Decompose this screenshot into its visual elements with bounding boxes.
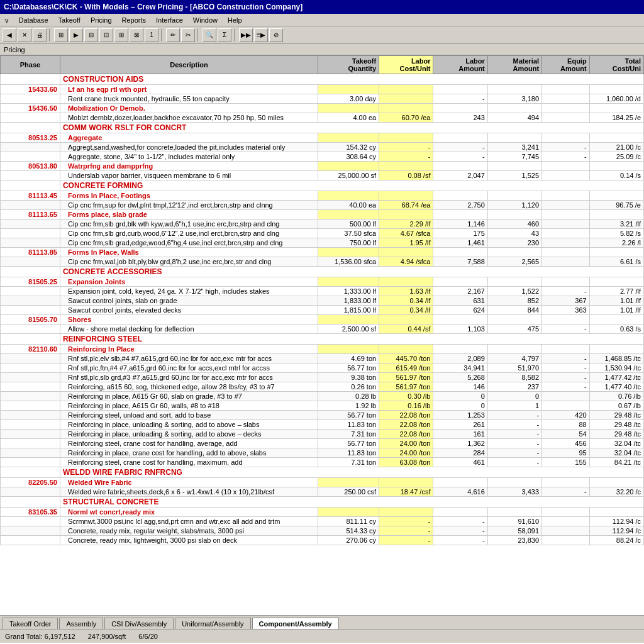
material-cell [487, 277, 541, 287]
material-cell: 3,241 [487, 143, 541, 152]
equip-cell [542, 210, 590, 219]
toolbar-btn-7[interactable]: ⊡ [99, 28, 113, 42]
desc-cell: Allow - shore metal decking for deflecti… [60, 325, 318, 334]
menu-takeoff[interactable]: Takeoff [53, 15, 86, 25]
menu-interface[interactable]: Interface [151, 15, 188, 25]
toolbar-btn-11[interactable]: ✏ [166, 28, 180, 42]
takeoff-cell: 2,500.00 sf [318, 325, 379, 334]
toolbar-btn-8[interactable]: ⊞ [114, 28, 128, 42]
phase-cell: 82110.60 [1, 345, 60, 354]
toolbar-btn-3[interactable]: 🖨 [33, 28, 47, 42]
takeoff-cell [318, 85, 379, 94]
total-cell: 29.48 /tc [589, 411, 643, 420]
table-row: 15436.50 Mobilization Or Demob. [1, 104, 644, 113]
labor-unit-cell: 4.67 /sfca [379, 229, 433, 238]
material-cell: 1,525 [487, 171, 541, 180]
menu-reports[interactable]: Reports [117, 15, 152, 25]
material-cell [487, 210, 541, 219]
takeoff-cell: 56.77 ton [318, 439, 379, 448]
toolbar-btn-15[interactable]: ▶▶ [239, 28, 253, 42]
phase-cell [1, 458, 60, 467]
tab-takeoff-order[interactable]: Takeoff Order [3, 618, 58, 629]
equip-cell: - [542, 487, 590, 497]
labor-amt-cell: - [433, 536, 487, 545]
menu-pricing[interactable]: Pricing [86, 15, 117, 25]
toolbar-btn-5[interactable]: ▶ [69, 28, 83, 42]
toolbar: ◀ ✕ 🖨 ⊞ ▶ ⊟ ⊡ ⊞ ⊠ 1 ✏ ✂ 🔍 Σ ▶▶ ≡▶ ⊘ [0, 26, 644, 44]
labor-amt-cell [433, 315, 487, 325]
toolbar-btn-12[interactable]: ✂ [181, 28, 195, 42]
labor-unit-cell: - [379, 526, 433, 536]
labor-unit-cell: - [379, 517, 433, 526]
menu-window[interactable]: Window [188, 15, 223, 25]
total-cell: 1,060.00 /d [589, 94, 643, 104]
material-cell: - [487, 439, 541, 448]
phase-cell [1, 430, 60, 439]
takeoff-cell: 7.31 ton [318, 458, 379, 467]
total-cell: 29.48 /tc [589, 420, 643, 430]
takeoff-cell: 25,000.00 sf [318, 171, 379, 180]
total-cell [589, 315, 643, 325]
total-cell [589, 478, 643, 487]
labor-amt-cell [433, 210, 487, 219]
table-row: Expansion joint, cold, keyed, 24 ga. X 7… [1, 287, 644, 296]
subsection-label: Mobilization Or Demob. [60, 104, 318, 113]
equip-cell [542, 191, 590, 201]
labor-amt-cell [433, 277, 487, 287]
material-cell [487, 133, 541, 143]
toolbar-btn-17[interactable]: ⊘ [269, 28, 283, 42]
table-row: Cip cnc frm,wal,job blt,ply,blw grd,8'h,… [1, 257, 644, 267]
material-cell [487, 191, 541, 201]
takeoff-cell: 500.00 lf [318, 219, 379, 229]
table-row: Rnf stl,plc,ftn,#4 #7,a615,grd 60,inc lb… [1, 364, 644, 373]
tab-component-assembly[interactable]: Component/Assembly [252, 618, 339, 629]
table-row: Scrmnwt,3000 psi,inc lcl agg,snd,prt cmn… [1, 517, 644, 526]
labor-unit-cell [379, 478, 433, 487]
takeoff-cell [318, 345, 379, 354]
takeoff-cell: 750.00 lf [318, 238, 379, 248]
toolbar-btn-6[interactable]: ⊟ [84, 28, 98, 42]
labor-amt-cell: 2,750 [433, 201, 487, 210]
labor-unit-cell [379, 133, 433, 143]
table-row: Concrete, ready mix, lightweight, 3000 p… [1, 536, 644, 545]
toolbar-btn-9[interactable]: ⊠ [130, 28, 143, 42]
equip-cell: - [542, 373, 590, 382]
total-cell [589, 133, 643, 143]
table-row: Cip cnc frm,sup for dwl,plnt tmpl,12'12'… [1, 201, 644, 210]
section-label: REINFORCING STEEL [60, 334, 643, 345]
total-cell: 96.75 /e [589, 201, 643, 210]
labor-unit-cell: 24.00 /ton [379, 448, 433, 458]
subsection-label: Shores [60, 315, 318, 325]
labor-amt-cell: 1,362 [433, 439, 487, 448]
equip-cell [542, 201, 590, 210]
phase-cell: 81505.70 [1, 315, 60, 325]
toolbar-btn-4[interactable]: ⊞ [54, 28, 68, 42]
toolbar-btn-10[interactable]: 1 [145, 28, 158, 42]
toolbar-btn-16[interactable]: ≡▶ [254, 28, 268, 42]
toolbar-btn-2[interactable]: ✕ [18, 28, 31, 42]
table-row: 15433.60 Lf an hs eqp rtl wth oprt [1, 85, 644, 94]
phase-cell [1, 143, 60, 152]
labor-unit-cell [379, 210, 433, 219]
menu-v[interactable]: v [0, 15, 14, 25]
menu-database[interactable]: Database [14, 15, 53, 25]
tab-assembly[interactable]: Assembly [59, 618, 103, 629]
phase-cell [1, 180, 60, 191]
material-cell: - [487, 458, 541, 467]
table-row: Sawcut control joints, slab on grade 1,8… [1, 296, 644, 306]
equip-cell [542, 113, 590, 123]
toolbar-btn-1[interactable]: ◀ [3, 28, 16, 42]
toolbar-btn-13[interactable]: 🔍 [203, 28, 216, 42]
table-container[interactable]: Phase Description TakeoffQuantity LaborC… [0, 55, 644, 615]
material-cell [487, 508, 541, 517]
menu-help[interactable]: Help [223, 15, 247, 25]
desc-cell: Moblzt demblz,dozer,loader,backhoe excav… [60, 113, 318, 123]
total-cell: 25.09 /c [589, 152, 643, 162]
tab-csi-div-assembly[interactable]: CSI Div/Assembly [104, 618, 174, 629]
table-row: Concrete, ready mix, regular weight, sla… [1, 526, 644, 536]
toolbar-btn-14[interactable]: Σ [218, 28, 231, 42]
tab-uniformat-assembly[interactable]: Uniformat/Assembly [175, 618, 250, 629]
takeoff-cell: 514.33 cy [318, 526, 379, 536]
desc-cell: Reinforcing steel, crane cost for handli… [60, 439, 318, 448]
labor-amt-cell: 146 [433, 382, 487, 392]
